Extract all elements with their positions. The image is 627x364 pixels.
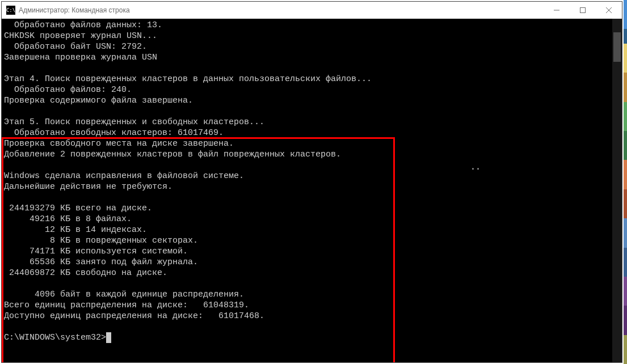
svg-rect-1 [580,8,586,13]
console-line: 244193279 КБ всего на диске. [4,203,612,214]
console-line: Обработано свободных кластеров: 61017469… [4,128,612,138]
text-cursor [106,332,111,343]
console-line [4,278,612,289]
console-line: Этап 5. Поиск поврежденных и свободных к… [4,117,612,128]
console-line: CHKDSK проверяет журнал USN... [4,31,612,41]
maximize-button[interactable] [570,2,596,19]
console-line: Завершена проверка журнала USN [4,52,612,63]
console-line: 49216 КБ в 8 файлах. [4,214,612,225]
cmd-window: C:\ Администратор: Командная строка Обра… [1,1,622,363]
console-line: Обработано файлов данных: 13. [4,20,612,31]
console-line: Этап 4. Поиск поврежденных кластеров в д… [4,74,612,84]
close-button[interactable] [596,2,622,19]
console-output[interactable]: Обработано файлов данных: 13.CHKDSK пров… [2,19,612,362]
console-line: Дальнейшие действия не требуются. [4,181,612,192]
console-line: 74171 КБ используется системой. [4,246,612,257]
console-line [4,160,612,171]
console-line: 244069872 КБ свободно на диске. [4,268,612,278]
stray-dots: .. [470,162,481,172]
console-line [4,321,612,332]
console-line [4,192,612,203]
console-line: Windows сделала исправления в файловой с… [4,171,612,181]
console-area: Обработано файлов данных: 13.CHKDSK пров… [2,19,622,362]
scrollbar-thumb[interactable] [613,32,621,62]
console-line: Проверка содержимого файла завершена. [4,95,612,106]
prompt-text: C:\WINDOWS\system32> [4,332,106,343]
console-line: Обработано файлов: 240. [4,84,612,95]
console-line: 12 КБ в 14 индексах. [4,225,612,235]
window-title: Администратор: Командная строка [19,6,130,14]
console-line: Проверка свободного места на диске завер… [4,138,612,149]
console-line: 65536 КБ занято под файл журнала. [4,257,612,268]
titlebar[interactable]: C:\ Администратор: Командная строка [2,2,622,19]
console-line: Добавление 2 поврежденных кластеров в фа… [4,149,612,160]
cmd-icon: C:\ [6,6,15,15]
console-line: 4096 байт в каждой единице распределения… [4,289,612,300]
prompt-line[interactable]: C:\WINDOWS\system32> [4,332,612,343]
console-line [4,63,612,74]
scrollbar[interactable] [612,19,622,362]
console-line: Доступно единиц распределения на диске: … [4,311,612,321]
minimize-button[interactable] [544,2,570,19]
console-line [4,106,612,117]
console-line: Всего единиц распределения на диске: 610… [4,300,612,311]
console-line: 8 КБ в поврежденных секторах. [4,235,612,246]
console-line: Обработано байт USN: 2792. [4,41,612,52]
background-strip [624,0,627,364]
